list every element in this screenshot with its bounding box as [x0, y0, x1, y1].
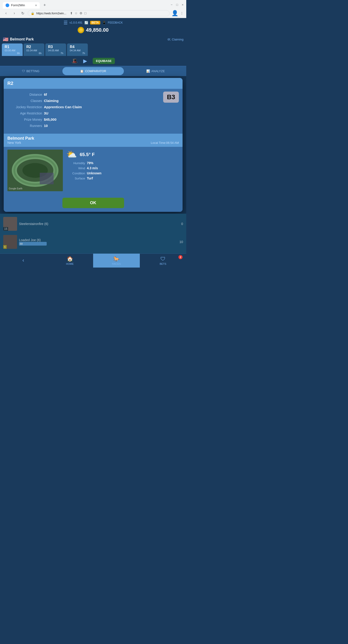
- jockey-value: Apprentices Can Claim: [44, 105, 82, 109]
- tab-close-button[interactable]: ×: [35, 4, 37, 7]
- analyze-icon: 📊: [146, 69, 150, 73]
- horse-info-2: Loaded Joe (6) 68: [19, 238, 177, 246]
- equibase-button[interactable]: EQUIBASE: [93, 58, 115, 64]
- races-label: RACES: [112, 262, 121, 265]
- race-tab-r1-number: R1: [4, 45, 20, 49]
- weather-row-surface: Surface Turf: [66, 176, 179, 180]
- balance-bar: 🪙 49,850.00: [4, 27, 183, 33]
- tab-analyze-label: ANALYZE: [151, 69, 165, 73]
- wind-value: 4.3 m/s: [87, 166, 98, 170]
- weather-cloud-icon: ⛅: [66, 150, 77, 159]
- bottom-nav-races[interactable]: 🐎 RACES: [93, 254, 140, 268]
- extensions-icon[interactable]: ⚙: [79, 11, 82, 15]
- forward-browser-button[interactable]: ›: [11, 10, 17, 16]
- distance-label: Distance: [7, 93, 42, 96]
- maximize-button[interactable]: □: [176, 3, 178, 6]
- browser-titlebar: 🌐 Form2Win × + − □ ×: [0, 0, 186, 8]
- new-tab-button[interactable]: +: [41, 2, 48, 8]
- feedback-link[interactable]: FEEDBACK: [108, 21, 123, 24]
- race-tab-r3[interactable]: R3 04:05 AM 7h: [45, 44, 66, 56]
- info-row-runners: Runners 10: [7, 124, 179, 128]
- sync-icon: 🔄: [84, 21, 88, 24]
- age-label: Age Restriction: [7, 112, 42, 115]
- share-icon[interactable]: ⬆: [70, 11, 73, 15]
- tab-favicon: 🌐: [5, 4, 9, 7]
- race-tab-r4-number: R4: [70, 45, 85, 49]
- classes-value: Claiming: [44, 99, 58, 103]
- runners-value: 10: [44, 124, 48, 128]
- hat-icon[interactable]: 🎩: [71, 58, 78, 64]
- horse-number-1: 15: [3, 227, 8, 231]
- tab-betting[interactable]: 🛡 BETTING: [0, 66, 61, 76]
- address-icons: ⬆ ☆ ⚙ □: [70, 11, 86, 15]
- list-item: 6 Loaded Joe (6) 68 10: [2, 234, 184, 250]
- bottom-nav: ‹ 🏠 HOME 🐎 RACES 2 🛡 BETS: [0, 254, 186, 268]
- bottom-nav-home[interactable]: 🏠 HOME: [47, 254, 93, 268]
- bets-label: BETS: [160, 262, 166, 265]
- back-browser-button[interactable]: ‹: [3, 10, 9, 16]
- hamburger-menu-icon[interactable]: ☰: [63, 20, 68, 26]
- distance-value: 6f: [44, 92, 47, 96]
- modal-venue-name: Belmont Park: [7, 136, 179, 141]
- list-item: 15 Steelerstaironfire (6) 0: [2, 216, 184, 232]
- svg-rect-4: [40, 173, 54, 184]
- horse-info-1: Steelerstaironfire (6): [19, 222, 179, 226]
- bottom-nav-bets[interactable]: 2 🛡 BETS: [140, 254, 186, 268]
- humidity-label: Humidity: [66, 162, 85, 165]
- horse-right-1: 0: [181, 222, 183, 226]
- race-tabs: R1 03:00 AM 6h R2 03:34 AM 6h R3 04:05 A…: [0, 44, 186, 56]
- race-tab-r4-time: 04:34 AM: [70, 49, 85, 52]
- close-window-button[interactable]: ×: [182, 3, 183, 6]
- race-tab-r4[interactable]: R4 04:34 AM 7h: [67, 44, 88, 56]
- star-icon[interactable]: ☆: [75, 11, 78, 15]
- tab-title: Form2Win: [11, 4, 25, 7]
- horse-name-1: Steelerstaironfire (6): [19, 222, 179, 226]
- url-text: https://web.form2win...: [36, 12, 66, 15]
- window-controls: − □ ×: [171, 3, 183, 8]
- temperature-text: 65.5° F: [80, 152, 95, 157]
- home-icon: 🏠: [67, 256, 73, 262]
- play-button[interactable]: ▶: [83, 58, 87, 64]
- race-tab-r4-dist: 7h: [70, 52, 85, 54]
- venue-race-type: 6f, Claiming: [168, 38, 183, 41]
- user-avatar[interactable]: 👤: [171, 10, 178, 16]
- horse-number-2: 6: [3, 245, 7, 249]
- modal-title: R2: [7, 81, 13, 86]
- race-tab-r2-dist: 6h: [26, 52, 41, 54]
- race-tab-r1-time: 03:00 AM: [4, 49, 20, 52]
- classes-label: Classes: [7, 99, 42, 103]
- modal-overlay: R2 B3 Distance 6f Classes Claiming Jocke…: [0, 76, 186, 214]
- tab-comparator[interactable]: 📋 COMPARATOR: [62, 67, 124, 75]
- ok-button[interactable]: OK: [62, 198, 124, 208]
- tab-comparator-label: COMPARATOR: [85, 69, 106, 73]
- race-tab-r1[interactable]: R1 03:00 AM 6h: [2, 44, 23, 56]
- bottom-nav-back[interactable]: ‹: [0, 254, 47, 268]
- app-header: ☰ v1.0.0.491 🔄 BETA 📱 FEEDBACK 🪙 49,850.…: [0, 18, 186, 35]
- surface-value: Turf: [87, 176, 93, 180]
- balance-amount: 49,850.00: [86, 27, 109, 33]
- modal-venue-row: New York Local Time:06:54 AM: [7, 141, 179, 144]
- minimize-button[interactable]: −: [171, 3, 173, 6]
- race-tab-r2[interactable]: R2 03:34 AM 6h: [23, 44, 44, 56]
- race-tab-r1-dist: 6h: [4, 52, 20, 54]
- address-bar[interactable]: 🔒 https://web.form2win... ⬆ ☆ ⚙ □: [28, 10, 170, 16]
- info-row-classes: Classes Claiming: [7, 99, 179, 103]
- mobile-icon: 📱: [102, 21, 106, 24]
- home-label: HOME: [66, 262, 74, 265]
- reload-button[interactable]: ↻: [19, 10, 26, 16]
- modal-body: B3 Distance 6f Classes Claiming Jockey R…: [4, 89, 183, 134]
- tab-analyze[interactable]: 📊 ANALYZE: [125, 66, 186, 76]
- horse-avatar-1: 15: [3, 217, 17, 231]
- browser-tab[interactable]: 🌐 Form2Win ×: [3, 2, 40, 8]
- venue-name: 🇺🇸 Belmont Park: [3, 36, 34, 42]
- weather-row-wind: Wind 4.3 m/s: [66, 166, 179, 170]
- chrome-menu-icon[interactable]: ⋮: [180, 11, 183, 15]
- tab-betting-label: BETTING: [26, 69, 39, 73]
- weather-info: ⛅ 65.5° F Humidity 79% Wind 4.3 m/s Cond…: [66, 150, 179, 191]
- browser-chrome: 🌐 Form2Win × + − □ × ‹ › ↻ 🔒 https://web…: [0, 0, 186, 18]
- race-tab-r2-number: R2: [26, 45, 41, 49]
- race-tab-r3-number: R3: [48, 45, 63, 49]
- modal-header: R2: [4, 78, 183, 89]
- split-view-icon[interactable]: □: [84, 11, 86, 15]
- race-tab-r3-time: 04:05 AM: [48, 49, 63, 52]
